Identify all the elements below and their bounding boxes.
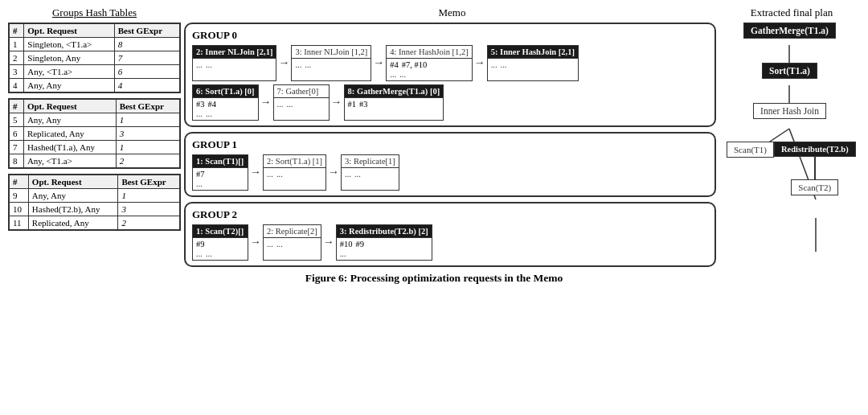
- arrow: →: [248, 236, 263, 249]
- arrow: →: [473, 56, 487, 69]
- col-num: #: [10, 24, 24, 38]
- memo-node: 7: Gather[0] ... ...: [273, 84, 330, 121]
- header-groups: Groups Hash Tables: [8, 6, 181, 19]
- col-best: Best GExpr: [116, 100, 179, 113]
- node-gather-0: 7: Gather[0] ... ...: [273, 84, 330, 121]
- col-opt: Opt. Request: [24, 24, 114, 38]
- col-best: Best GExpr: [114, 24, 179, 38]
- arrow: →: [259, 96, 273, 109]
- table-row: 1 Singleton, <T1.a> 8: [10, 38, 180, 51]
- node-replicate-1: 3: Replicate[1] ... ...: [341, 154, 399, 191]
- col-opt: Opt. Request: [28, 175, 118, 189]
- memo-node: 2: Sort(T1.a) [1] ... ...: [263, 154, 326, 191]
- ext-node-scan-t1: Scan(T1): [727, 142, 774, 158]
- memo-node: 1: Scan(T2)[] #9 ... ...: [192, 224, 248, 261]
- node-redistribute-t2b-2: 3: Redistribute(T2.b) [2] #10 #9 ...: [336, 224, 432, 261]
- group-table-0: # Opt. Request Best GExpr 1 Singleton, <…: [8, 23, 181, 93]
- memo-group-2: GROUP 2 1: Scan(T2)[] #9 ... ... →: [184, 202, 716, 267]
- memo-node: 4: Inner HashJoin [1,2] #4 #7, #10 ... .…: [386, 45, 472, 81]
- node-sort-t1a-0: 6: Sort(T1.a) [0] #3 #4 ... ...: [192, 84, 259, 121]
- node-scan-t1: 1: Scan(T1)[] #7 ...: [192, 154, 248, 191]
- col-opt: Opt. Request: [23, 100, 116, 113]
- arrow: →: [326, 166, 341, 179]
- table-row: 3 Any, <T1.a> 6: [10, 65, 180, 79]
- table-row: 6 Replicated, Any 3: [10, 127, 180, 141]
- figure-caption: Figure 6: Processing optimization reques…: [8, 272, 860, 285]
- table-row: 8 Any, <T1.a> 2: [10, 154, 180, 168]
- memo-node: 2: Replicate[2] ... ...: [263, 224, 321, 261]
- node-replicate-2: 2: Replicate[2] ... ...: [263, 224, 321, 261]
- node-inner-nljoin-12: 3: Inner NLJoin [1,2] ... ...: [291, 45, 371, 81]
- memo-node: 3: Replicate[1] ... ...: [341, 154, 399, 191]
- memo-node: 3: Inner NLJoin [1,2] ... ...: [291, 45, 371, 81]
- memo-section: GROUP 0 2: Inner NLJoin [2,1] ... ... →: [184, 23, 716, 267]
- node-inner-nljoin-21: 2: Inner NLJoin [2,1] ... ...: [192, 45, 276, 81]
- ext-node-sort: Sort(T1.a): [762, 63, 817, 79]
- arrow: →: [248, 166, 263, 179]
- ext-node-gathermerge: GatherMerge(T1.a): [743, 23, 836, 39]
- table-row: 4 Any, Any 4: [10, 79, 180, 92]
- memo-group-2-title: GROUP 2: [192, 208, 708, 221]
- table-row: 10 Hashed(T2.b), Any 3: [10, 203, 180, 216]
- memo-group-1-title: GROUP 1: [192, 138, 708, 151]
- ext-node-scan-t2: Scan(T2): [791, 179, 838, 195]
- group-table-2: # Opt. Request Best GExpr 9 Any, Any 1 1…: [8, 174, 181, 231]
- group-table-1: # Opt. Request Best GExpr 5 Any, Any 1 6…: [8, 98, 181, 169]
- arrow: →: [330, 96, 344, 109]
- table-row: 2 Singleton, Any 7: [10, 51, 180, 65]
- ext-node-redistribute: Redistribute(T2.b): [774, 142, 856, 157]
- memo-node: 2: Inner NLJoin [2,1] ... ...: [192, 45, 276, 81]
- memo-node: 3: Redistribute(T2.b) [2] #10 #9 ...: [336, 224, 432, 261]
- extracted-section: GatherMerge(T1.a) Sort(T1.a) Inner Hash …: [719, 23, 860, 267]
- memo-group-1: GROUP 1 1: Scan(T1)[] #7 ... →: [184, 132, 716, 197]
- node-scan-t2: 1: Scan(T2)[] #9 ... ...: [192, 224, 248, 261]
- table-row: 11 Replicated, Any 2: [10, 216, 180, 230]
- col-num: #: [10, 175, 29, 189]
- node-inner-hashjoin-12: 4: Inner HashJoin [1,2] #4 #7, #10 ... .…: [386, 45, 472, 81]
- arrow: →: [321, 236, 336, 249]
- memo-node: 5: Inner HashJoin [2,1] ... ...: [487, 45, 579, 81]
- table-row: 9 Any, Any 1: [10, 189, 180, 203]
- ext-node-inner-hash-join: Inner Hash Join: [753, 103, 826, 119]
- table-row: 5 Any, Any 1: [10, 113, 180, 127]
- node-inner-hashjoin-21: 5: Inner HashJoin [2,1] ... ...: [487, 45, 579, 81]
- col-num: #: [10, 100, 24, 113]
- header-memo: Memo: [181, 6, 723, 19]
- groups-hash-tables: # Opt. Request Best GExpr 1 Singleton, <…: [8, 23, 181, 267]
- memo-node: 8: GatherMerge(T1.a) [0] #1 #3: [344, 84, 444, 121]
- memo-node: 6: Sort(T1.a) [0] #3 #4 ... ...: [192, 84, 259, 121]
- header-extracted: Extracted final plan: [723, 6, 860, 19]
- table-row: 7 Hashed(T1.a), Any 1: [10, 141, 180, 154]
- arrow: →: [371, 56, 386, 69]
- memo-group-0: GROUP 0 2: Inner NLJoin [2,1] ... ... →: [184, 23, 716, 127]
- memo-group-0-title: GROUP 0: [192, 29, 708, 42]
- col-best: Best GExpr: [118, 175, 180, 189]
- node-sort-t1a-1: 2: Sort(T1.a) [1] ... ...: [263, 154, 326, 191]
- memo-node: 1: Scan(T1)[] #7 ...: [192, 154, 248, 191]
- node-gathermerge-t1a-0: 8: GatherMerge(T1.a) [0] #1 #3: [344, 84, 444, 121]
- arrow: →: [276, 56, 291, 69]
